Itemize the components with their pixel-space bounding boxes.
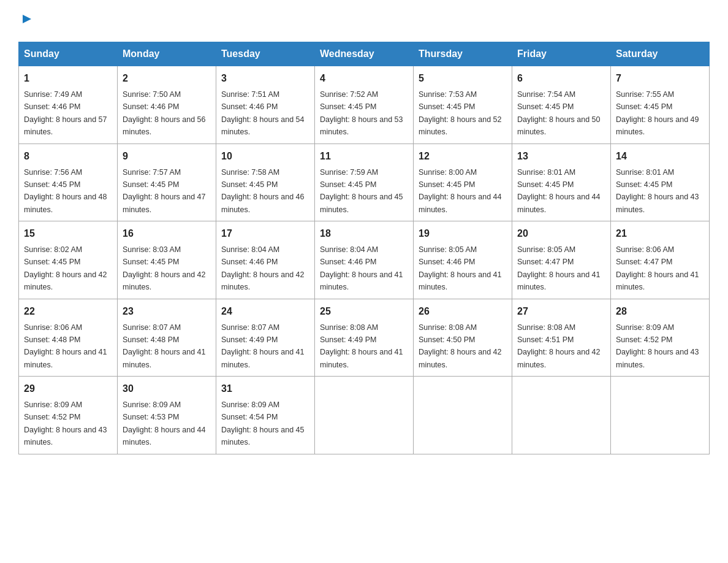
- day-number: 21: [616, 226, 704, 241]
- day-detail: Sunrise: 8:09 AMSunset: 4:52 PMDaylight:…: [24, 400, 107, 446]
- day-detail: Sunrise: 8:09 AMSunset: 4:54 PMDaylight:…: [221, 400, 305, 446]
- week-row-5: 29 Sunrise: 8:09 AMSunset: 4:52 PMDaylig…: [19, 377, 710, 454]
- calendar-cell: 30 Sunrise: 8:09 AMSunset: 4:53 PMDaylig…: [118, 377, 216, 454]
- day-number: 5: [419, 71, 507, 86]
- day-number: 24: [221, 304, 309, 319]
- calendar-cell: 1 Sunrise: 7:49 AMSunset: 4:46 PMDayligh…: [19, 66, 118, 144]
- day-number: 8: [24, 149, 112, 164]
- header-saturday: Saturday: [611, 42, 710, 66]
- calendar-cell: 22 Sunrise: 8:06 AMSunset: 4:48 PMDaylig…: [19, 299, 118, 377]
- calendar-cell: 2 Sunrise: 7:50 AMSunset: 4:46 PMDayligh…: [118, 66, 216, 144]
- week-row-2: 8 Sunrise: 7:56 AMSunset: 4:45 PMDayligh…: [19, 144, 710, 221]
- day-number: 6: [517, 71, 605, 86]
- day-number: 27: [517, 304, 605, 319]
- header-thursday: Thursday: [414, 42, 512, 66]
- header-monday: Monday: [118, 42, 216, 66]
- calendar-cell: 20 Sunrise: 8:05 AMSunset: 4:47 PMDaylig…: [512, 221, 611, 299]
- day-number: 12: [419, 149, 507, 164]
- day-number: 25: [320, 304, 408, 319]
- day-number: 16: [123, 226, 211, 241]
- calendar-cell: 13 Sunrise: 8:01 AMSunset: 4:45 PMDaylig…: [512, 144, 611, 221]
- day-detail: Sunrise: 8:06 AMSunset: 4:48 PMDaylight:…: [24, 323, 107, 369]
- day-number: 18: [320, 226, 408, 241]
- calendar-cell: 10 Sunrise: 7:58 AMSunset: 4:45 PMDaylig…: [216, 144, 315, 221]
- day-number: 20: [517, 226, 605, 241]
- page-header: [18, 12, 710, 29]
- day-number: 13: [517, 149, 605, 164]
- calendar-cell: 9 Sunrise: 7:57 AMSunset: 4:45 PMDayligh…: [118, 144, 216, 221]
- day-detail: Sunrise: 8:04 AMSunset: 4:46 PMDaylight:…: [221, 245, 305, 291]
- day-number: 26: [419, 304, 507, 319]
- day-detail: Sunrise: 8:02 AMSunset: 4:45 PMDaylight:…: [24, 245, 107, 291]
- week-row-1: 1 Sunrise: 7:49 AMSunset: 4:46 PMDayligh…: [19, 66, 710, 144]
- day-detail: Sunrise: 8:01 AMSunset: 4:45 PMDaylight:…: [616, 168, 699, 214]
- header-tuesday: Tuesday: [216, 42, 315, 66]
- day-number: 14: [616, 149, 704, 164]
- calendar-cell: 6 Sunrise: 7:54 AMSunset: 4:45 PMDayligh…: [512, 66, 611, 144]
- day-detail: Sunrise: 7:49 AMSunset: 4:46 PMDaylight:…: [24, 90, 107, 136]
- calendar-cell: 31 Sunrise: 8:09 AMSunset: 4:54 PMDaylig…: [216, 377, 315, 454]
- day-detail: Sunrise: 7:50 AMSunset: 4:46 PMDaylight:…: [123, 90, 206, 136]
- day-detail: Sunrise: 7:59 AMSunset: 4:45 PMDaylight:…: [320, 168, 403, 214]
- day-detail: Sunrise: 8:08 AMSunset: 4:51 PMDaylight:…: [517, 323, 601, 369]
- day-number: 2: [123, 71, 211, 86]
- day-detail: Sunrise: 7:58 AMSunset: 4:45 PMDaylight:…: [221, 168, 305, 214]
- day-detail: Sunrise: 8:05 AMSunset: 4:47 PMDaylight:…: [517, 245, 601, 291]
- calendar-cell: 29 Sunrise: 8:09 AMSunset: 4:52 PMDaylig…: [19, 377, 118, 454]
- calendar-cell: [611, 377, 710, 454]
- calendar-cell: [315, 377, 414, 454]
- calendar-cell: 3 Sunrise: 7:51 AMSunset: 4:46 PMDayligh…: [216, 66, 315, 144]
- calendar-cell: [512, 377, 611, 454]
- week-row-3: 15 Sunrise: 8:02 AMSunset: 4:45 PMDaylig…: [19, 221, 710, 299]
- calendar-cell: 11 Sunrise: 7:59 AMSunset: 4:45 PMDaylig…: [315, 144, 414, 221]
- day-number: 30: [123, 381, 211, 396]
- day-detail: Sunrise: 8:01 AMSunset: 4:45 PMDaylight:…: [517, 168, 601, 214]
- day-number: 10: [221, 149, 309, 164]
- calendar-cell: 19 Sunrise: 8:05 AMSunset: 4:46 PMDaylig…: [414, 221, 512, 299]
- day-detail: Sunrise: 8:00 AMSunset: 4:45 PMDaylight:…: [419, 168, 502, 214]
- header-wednesday: Wednesday: [315, 42, 414, 66]
- day-number: 31: [221, 381, 309, 396]
- calendar-cell: 18 Sunrise: 8:04 AMSunset: 4:46 PMDaylig…: [315, 221, 414, 299]
- calendar-cell: 27 Sunrise: 8:08 AMSunset: 4:51 PMDaylig…: [512, 299, 611, 377]
- day-number: 1: [24, 71, 112, 86]
- calendar-cell: 12 Sunrise: 8:00 AMSunset: 4:45 PMDaylig…: [414, 144, 512, 221]
- calendar-cell: 17 Sunrise: 8:04 AMSunset: 4:46 PMDaylig…: [216, 221, 315, 299]
- day-number: 22: [24, 304, 112, 319]
- day-detail: Sunrise: 8:04 AMSunset: 4:46 PMDaylight:…: [320, 245, 403, 291]
- day-detail: Sunrise: 8:07 AMSunset: 4:48 PMDaylight:…: [123, 323, 206, 369]
- day-number: 17: [221, 226, 309, 241]
- calendar-cell: 28 Sunrise: 8:09 AMSunset: 4:52 PMDaylig…: [611, 299, 710, 377]
- day-number: 3: [221, 71, 309, 86]
- day-detail: Sunrise: 7:52 AMSunset: 4:45 PMDaylight:…: [320, 90, 403, 136]
- calendar-cell: 4 Sunrise: 7:52 AMSunset: 4:45 PMDayligh…: [315, 66, 414, 144]
- day-number: 19: [419, 226, 507, 241]
- day-detail: Sunrise: 8:03 AMSunset: 4:45 PMDaylight:…: [123, 245, 206, 291]
- day-number: 15: [24, 226, 112, 241]
- day-number: 28: [616, 304, 704, 319]
- days-header-row: Sunday Monday Tuesday Wednesday Thursday…: [19, 42, 710, 66]
- day-detail: Sunrise: 7:56 AMSunset: 4:45 PMDaylight:…: [24, 168, 107, 214]
- logo-arrow-icon: [20, 12, 34, 28]
- calendar-cell: 16 Sunrise: 8:03 AMSunset: 4:45 PMDaylig…: [118, 221, 216, 299]
- calendar-cell: 15 Sunrise: 8:02 AMSunset: 4:45 PMDaylig…: [19, 221, 118, 299]
- day-detail: Sunrise: 7:51 AMSunset: 4:46 PMDaylight:…: [221, 90, 305, 136]
- day-detail: Sunrise: 8:08 AMSunset: 4:50 PMDaylight:…: [419, 323, 502, 369]
- day-number: 29: [24, 381, 112, 396]
- logo: [18, 12, 34, 29]
- day-number: 4: [320, 71, 408, 86]
- calendar-cell: 25 Sunrise: 8:08 AMSunset: 4:49 PMDaylig…: [315, 299, 414, 377]
- day-detail: Sunrise: 8:09 AMSunset: 4:52 PMDaylight:…: [616, 323, 699, 369]
- day-number: 7: [616, 71, 704, 86]
- calendar-cell: 24 Sunrise: 8:07 AMSunset: 4:49 PMDaylig…: [216, 299, 315, 377]
- day-detail: Sunrise: 8:07 AMSunset: 4:49 PMDaylight:…: [221, 323, 305, 369]
- calendar-cell: [414, 377, 512, 454]
- calendar-cell: 7 Sunrise: 7:55 AMSunset: 4:45 PMDayligh…: [611, 66, 710, 144]
- header-friday: Friday: [512, 42, 611, 66]
- svg-marker-0: [23, 15, 31, 23]
- day-detail: Sunrise: 8:08 AMSunset: 4:49 PMDaylight:…: [320, 323, 403, 369]
- day-detail: Sunrise: 8:05 AMSunset: 4:46 PMDaylight:…: [419, 245, 502, 291]
- day-number: 9: [123, 149, 211, 164]
- calendar-cell: 5 Sunrise: 7:53 AMSunset: 4:45 PMDayligh…: [414, 66, 512, 144]
- week-row-4: 22 Sunrise: 8:06 AMSunset: 4:48 PMDaylig…: [19, 299, 710, 377]
